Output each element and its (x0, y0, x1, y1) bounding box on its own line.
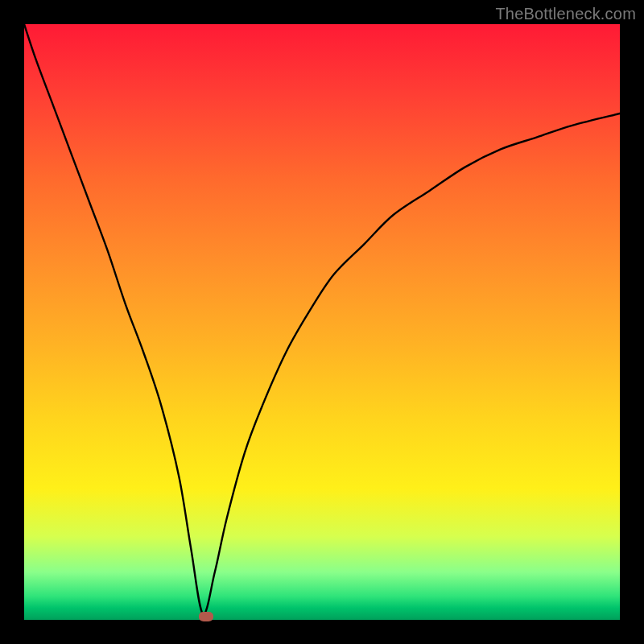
optimal-point-marker (199, 612, 213, 621)
watermark-text: TheBottleneck.com (495, 5, 636, 23)
chart-frame: TheBottleneck.com (0, 0, 644, 644)
bottleneck-curve (24, 24, 620, 620)
plot-area (24, 24, 620, 620)
